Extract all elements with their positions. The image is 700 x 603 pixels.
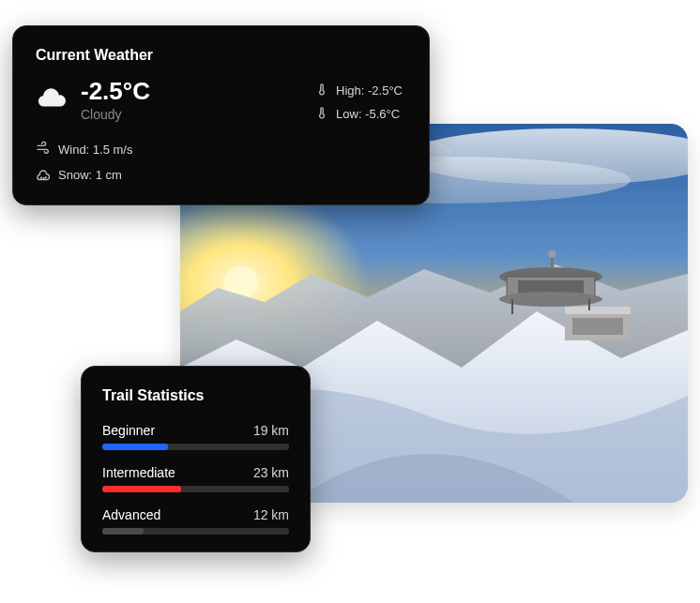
svg-point-10 (499, 292, 602, 307)
svg-rect-15 (572, 318, 623, 335)
thermometer-icon (315, 83, 328, 98)
trail-row: Beginner19 km (102, 423, 289, 450)
svg-point-20 (45, 177, 46, 178)
trail-distance: 23 km (253, 465, 289, 480)
svg-point-12 (549, 250, 556, 258)
weather-temperature: -2.5°C (81, 79, 150, 103)
weather-wind: Wind: 1.5 m/s (58, 143, 132, 157)
cloud-icon (36, 83, 68, 118)
weather-low: Low: -5.6°C (336, 107, 400, 121)
trail-label: Intermediate (102, 465, 175, 480)
svg-rect-9 (518, 280, 584, 294)
snow-icon (36, 166, 51, 184)
trail-row: Advanced12 km (102, 507, 289, 535)
trail-label: Advanced (102, 507, 160, 522)
trail-bar (102, 486, 289, 492)
trail-distance: 12 km (253, 507, 289, 522)
weather-snow: Snow: 1 cm (58, 168, 122, 182)
trail-stats-title: Trail Statistics (102, 387, 289, 404)
svg-point-18 (40, 177, 41, 178)
weather-card: Current Weather -2.5°C Cloudy High: -2.5… (12, 25, 430, 205)
trail-bar (102, 528, 289, 535)
weather-high: High: -2.5°C (336, 83, 403, 98)
svg-rect-11 (551, 256, 554, 269)
wind-icon (36, 141, 51, 158)
svg-rect-14 (565, 307, 631, 314)
weather-condition: Cloudy (81, 107, 150, 122)
svg-point-19 (43, 178, 44, 179)
trail-stats-card: Trail Statistics Beginner19 kmIntermedia… (81, 366, 311, 552)
weather-title: Current Weather (36, 47, 406, 64)
trail-bar-fill (102, 486, 181, 492)
trail-row: Intermediate23 km (102, 465, 289, 492)
thermometer-icon (315, 106, 328, 122)
trail-bar-fill (102, 444, 168, 450)
trail-bar-fill (102, 528, 144, 535)
trail-distance: 19 km (253, 423, 289, 438)
trail-bar (102, 444, 289, 450)
trail-label: Beginner (102, 423, 155, 438)
